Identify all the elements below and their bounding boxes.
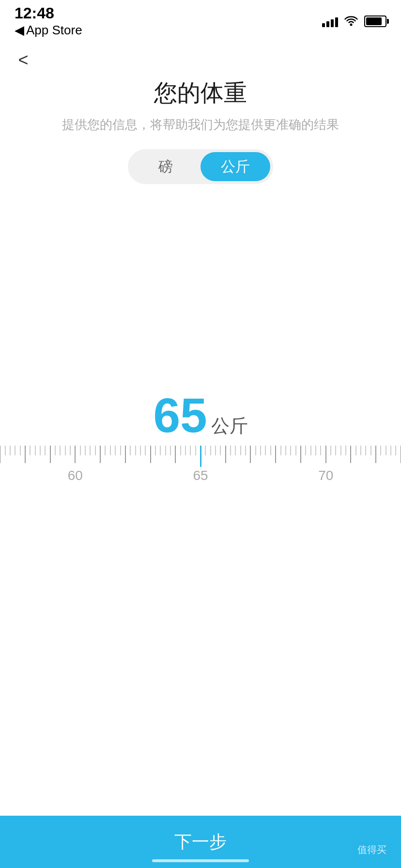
ruler-track: 606570 [0, 446, 401, 504]
status-left: 12:48 ◀ App Store [15, 5, 82, 38]
page-title: 您的体重 [0, 78, 401, 108]
watermark: 值得买 [353, 841, 391, 858]
weight-number: 65 [153, 388, 207, 442]
appstore-label: App Store [26, 23, 82, 38]
weight-unit: 公斤 [211, 416, 248, 436]
signal-icon [322, 16, 338, 27]
ruler[interactable]: 606570 [0, 446, 401, 504]
status-time: 12:48 [15, 5, 82, 22]
unit-toggle[interactable]: 磅 公斤 [128, 149, 273, 184]
unit-option-lb[interactable]: 磅 [131, 152, 200, 181]
home-indicator [152, 859, 249, 862]
back-button[interactable]: < [12, 48, 35, 72]
unit-option-kg[interactable]: 公斤 [200, 152, 270, 181]
next-button[interactable]: 下一步 [0, 816, 401, 868]
page-subtitle: 提供您的信息，将帮助我们为您提供更准确的结果 [0, 116, 401, 133]
status-bar: 12:48 ◀ App Store [0, 0, 401, 43]
svg-point-0 [350, 24, 353, 26]
back-chevron-icon: < [18, 51, 28, 69]
appstore-back-arrow: ◀ [15, 23, 24, 38]
wifi-icon [344, 16, 358, 27]
battery-icon [364, 16, 386, 27]
next-button-label: 下一步 [174, 830, 227, 854]
status-right [322, 16, 386, 27]
weight-display: 65公斤 [0, 388, 401, 443]
status-appstore: ◀ App Store [15, 23, 82, 38]
